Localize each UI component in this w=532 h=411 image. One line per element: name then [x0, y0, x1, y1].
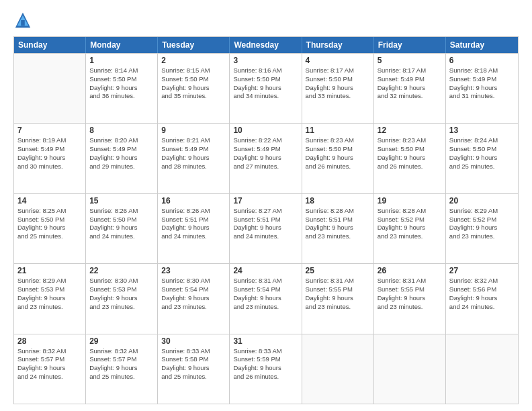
day-info: Sunrise: 8:19 AMSunset: 5:49 PMDaylight:…	[17, 136, 82, 171]
day-number: 2	[161, 56, 226, 65]
cal-header-friday: Friday	[374, 37, 446, 53]
day-number: 22	[89, 266, 154, 275]
cal-cell-day-30: 30Sunrise: 8:33 AMSunset: 5:58 PMDayligh…	[158, 334, 230, 404]
day-number: 14	[17, 196, 82, 205]
day-number: 6	[449, 56, 515, 65]
day-info: Sunrise: 8:33 AMSunset: 5:59 PMDaylight:…	[233, 347, 298, 381]
cal-cell-day-25: 25Sunrise: 8:31 AMSunset: 5:55 PMDayligh…	[302, 264, 374, 333]
cal-cell-day-8: 8Sunrise: 8:20 AMSunset: 5:49 PMDaylight…	[86, 124, 158, 193]
day-info: Sunrise: 8:24 AMSunset: 5:50 PMDaylight:…	[449, 136, 515, 171]
day-info: Sunrise: 8:27 AMSunset: 5:51 PMDaylight:…	[233, 207, 298, 241]
day-number: 10	[233, 126, 298, 135]
day-info: Sunrise: 8:14 AMSunset: 5:50 PMDaylight:…	[89, 66, 154, 101]
day-info: Sunrise: 8:28 AMSunset: 5:52 PMDaylight:…	[378, 207, 442, 241]
day-number: 4	[306, 56, 370, 65]
day-number: 23	[161, 266, 226, 275]
day-number: 28	[17, 336, 82, 346]
cal-cell-empty	[374, 334, 446, 404]
day-number: 17	[233, 196, 298, 205]
cal-cell-day-27: 27Sunrise: 8:32 AMSunset: 5:56 PMDayligh…	[446, 264, 518, 333]
day-number: 11	[306, 126, 370, 135]
cal-cell-day-10: 10Sunrise: 8:22 AMSunset: 5:49 PMDayligh…	[230, 124, 302, 193]
calendar-body: 1Sunrise: 8:14 AMSunset: 5:50 PMDaylight…	[14, 53, 518, 404]
day-number: 26	[378, 266, 442, 275]
day-number: 18	[306, 196, 370, 205]
cal-cell-day-29: 29Sunrise: 8:32 AMSunset: 5:57 PMDayligh…	[86, 334, 158, 404]
cal-week-3: 21Sunrise: 8:29 AMSunset: 5:53 PMDayligh…	[14, 263, 518, 333]
cal-cell-day-17: 17Sunrise: 8:27 AMSunset: 5:51 PMDayligh…	[230, 194, 302, 263]
day-number: 5	[378, 56, 442, 65]
cal-cell-empty	[302, 334, 374, 404]
svg-rect-2	[21, 20, 25, 26]
cal-cell-day-1: 1Sunrise: 8:14 AMSunset: 5:50 PMDaylight…	[86, 54, 158, 123]
day-number: 29	[89, 336, 154, 346]
cal-cell-day-15: 15Sunrise: 8:26 AMSunset: 5:50 PMDayligh…	[86, 194, 158, 263]
day-info: Sunrise: 8:18 AMSunset: 5:49 PMDaylight:…	[449, 66, 515, 101]
cal-week-4: 28Sunrise: 8:32 AMSunset: 5:57 PMDayligh…	[14, 334, 518, 404]
calendar: SundayMondayTuesdayWednesdayThursdayFrid…	[13, 36, 519, 404]
day-number: 1	[89, 56, 154, 65]
calendar-header-row: SundayMondayTuesdayWednesdayThursdayFrid…	[14, 37, 518, 53]
day-info: Sunrise: 8:31 AMSunset: 5:55 PMDaylight:…	[378, 277, 442, 311]
day-number: 25	[306, 266, 370, 275]
cal-cell-day-22: 22Sunrise: 8:30 AMSunset: 5:53 PMDayligh…	[86, 264, 158, 333]
day-number: 30	[161, 336, 226, 346]
cal-cell-day-31: 31Sunrise: 8:33 AMSunset: 5:59 PMDayligh…	[230, 334, 302, 404]
logo	[13, 11, 34, 30]
day-number: 27	[449, 266, 515, 275]
cal-cell-day-5: 5Sunrise: 8:17 AMSunset: 5:49 PMDaylight…	[374, 54, 446, 123]
day-info: Sunrise: 8:29 AMSunset: 5:52 PMDaylight:…	[449, 207, 515, 241]
cal-cell-day-13: 13Sunrise: 8:24 AMSunset: 5:50 PMDayligh…	[446, 124, 518, 193]
day-info: Sunrise: 8:16 AMSunset: 5:50 PMDaylight:…	[233, 66, 298, 101]
day-info: Sunrise: 8:28 AMSunset: 5:51 PMDaylight:…	[306, 207, 370, 241]
day-info: Sunrise: 8:23 AMSunset: 5:50 PMDaylight:…	[306, 136, 370, 171]
day-info: Sunrise: 8:23 AMSunset: 5:50 PMDaylight:…	[378, 136, 442, 171]
day-number: 8	[89, 126, 154, 135]
header	[13, 11, 519, 30]
cal-cell-day-21: 21Sunrise: 8:29 AMSunset: 5:53 PMDayligh…	[14, 264, 86, 333]
day-info: Sunrise: 8:26 AMSunset: 5:51 PMDaylight:…	[161, 207, 226, 241]
cal-cell-day-28: 28Sunrise: 8:32 AMSunset: 5:57 PMDayligh…	[14, 334, 86, 404]
cal-cell-day-24: 24Sunrise: 8:31 AMSunset: 5:54 PMDayligh…	[230, 264, 302, 333]
cal-cell-empty	[14, 54, 86, 123]
cal-cell-day-23: 23Sunrise: 8:30 AMSunset: 5:54 PMDayligh…	[158, 264, 230, 333]
day-info: Sunrise: 8:30 AMSunset: 5:53 PMDaylight:…	[89, 277, 154, 311]
day-info: Sunrise: 8:30 AMSunset: 5:54 PMDaylight:…	[161, 277, 226, 311]
cal-header-tuesday: Tuesday	[158, 37, 230, 53]
cal-header-wednesday: Wednesday	[230, 37, 302, 53]
day-number: 7	[17, 126, 82, 135]
day-info: Sunrise: 8:26 AMSunset: 5:50 PMDaylight:…	[89, 207, 154, 241]
day-info: Sunrise: 8:15 AMSunset: 5:50 PMDaylight:…	[161, 66, 226, 101]
day-number: 19	[378, 196, 442, 205]
cal-week-0: 1Sunrise: 8:14 AMSunset: 5:50 PMDaylight…	[14, 53, 518, 123]
cal-header-monday: Monday	[86, 37, 158, 53]
day-number: 13	[449, 126, 515, 135]
day-info: Sunrise: 8:29 AMSunset: 5:53 PMDaylight:…	[17, 277, 82, 311]
cal-cell-day-26: 26Sunrise: 8:31 AMSunset: 5:55 PMDayligh…	[374, 264, 446, 333]
cal-cell-day-19: 19Sunrise: 8:28 AMSunset: 5:52 PMDayligh…	[374, 194, 446, 263]
day-info: Sunrise: 8:31 AMSunset: 5:54 PMDaylight:…	[233, 277, 298, 311]
page: SundayMondayTuesdayWednesdayThursdayFrid…	[0, 0, 532, 411]
cal-cell-day-12: 12Sunrise: 8:23 AMSunset: 5:50 PMDayligh…	[374, 124, 446, 193]
day-number: 12	[378, 126, 442, 135]
cal-cell-day-4: 4Sunrise: 8:17 AMSunset: 5:50 PMDaylight…	[302, 54, 374, 123]
day-info: Sunrise: 8:17 AMSunset: 5:50 PMDaylight:…	[306, 66, 370, 101]
day-info: Sunrise: 8:20 AMSunset: 5:49 PMDaylight:…	[89, 136, 154, 171]
day-info: Sunrise: 8:21 AMSunset: 5:49 PMDaylight:…	[161, 136, 226, 171]
cal-cell-day-2: 2Sunrise: 8:15 AMSunset: 5:50 PMDaylight…	[158, 54, 230, 123]
cal-cell-day-7: 7Sunrise: 8:19 AMSunset: 5:49 PMDaylight…	[14, 124, 86, 193]
day-info: Sunrise: 8:25 AMSunset: 5:50 PMDaylight:…	[17, 207, 82, 241]
day-number: 9	[161, 126, 226, 135]
cal-cell-day-14: 14Sunrise: 8:25 AMSunset: 5:50 PMDayligh…	[14, 194, 86, 263]
day-info: Sunrise: 8:22 AMSunset: 5:49 PMDaylight:…	[233, 136, 298, 171]
cal-cell-day-3: 3Sunrise: 8:16 AMSunset: 5:50 PMDaylight…	[230, 54, 302, 123]
day-number: 31	[233, 336, 298, 346]
day-info: Sunrise: 8:17 AMSunset: 5:49 PMDaylight:…	[378, 66, 442, 101]
cal-header-saturday: Saturday	[446, 37, 518, 53]
day-number: 3	[233, 56, 298, 65]
cal-week-1: 7Sunrise: 8:19 AMSunset: 5:49 PMDaylight…	[14, 123, 518, 193]
cal-header-thursday: Thursday	[302, 37, 374, 53]
day-info: Sunrise: 8:32 AMSunset: 5:56 PMDaylight:…	[449, 277, 515, 311]
cal-cell-day-6: 6Sunrise: 8:18 AMSunset: 5:49 PMDaylight…	[446, 54, 518, 123]
cal-cell-day-11: 11Sunrise: 8:23 AMSunset: 5:50 PMDayligh…	[302, 124, 374, 193]
